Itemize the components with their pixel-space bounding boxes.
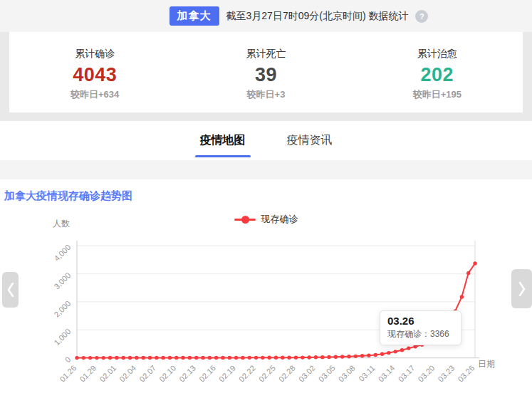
help-icon[interactable]: ? (415, 10, 428, 23)
legend-line-marker-icon (234, 216, 256, 224)
x-tick-label: 02.25 (257, 364, 277, 384)
x-tick-label: 01.26 (58, 364, 78, 384)
data-point (334, 355, 338, 359)
tab-epidemic-map[interactable]: 疫情地图 (200, 129, 246, 152)
trend-chart-section: 加拿大疫情现存确诊趋势图 现存确诊 人数 日期 01,0002,0003,000… (0, 179, 532, 398)
carousel-prev-button[interactable] (2, 272, 19, 308)
data-point (75, 356, 78, 360)
x-tick-label: 02.19 (217, 364, 237, 384)
stat-deaths: 累计死亡 39 较昨日+3 (180, 32, 351, 112)
data-point (82, 356, 85, 360)
data-point (294, 355, 298, 359)
y-tick-label: 1,000 (52, 327, 72, 347)
data-point (407, 346, 410, 350)
data-point (360, 354, 364, 357)
carousel-next-button[interactable] (511, 269, 532, 308)
tooltip-date: 03.26 (387, 315, 454, 327)
stat-cured-label: 累计治愈 (352, 48, 523, 61)
data-point (327, 355, 330, 359)
stat-confirmed-value: 4043 (9, 64, 180, 86)
data-point (228, 356, 231, 360)
stat-cured-delta: 较昨日+195 (352, 88, 523, 101)
data-point (267, 356, 271, 360)
x-tick-label: 01.29 (78, 364, 98, 384)
data-point (367, 353, 370, 357)
x-tick-label: 02.16 (197, 364, 217, 384)
data-point (141, 356, 145, 360)
region-badge: 加拿大 (169, 6, 219, 26)
data-point (108, 356, 112, 360)
y-tick-label: 0 (63, 355, 73, 365)
x-tick-label: 03.20 (417, 364, 437, 384)
data-point (161, 356, 165, 360)
x-tick-label: 03.11 (357, 364, 376, 383)
data-point (340, 355, 344, 358)
x-tick-label: 02.04 (118, 364, 137, 384)
x-tick-label: 03.08 (337, 364, 357, 384)
stat-cured-value: 202 (352, 64, 523, 86)
data-point (281, 356, 284, 360)
tab-epidemic-news[interactable]: 疫情资讯 (287, 129, 333, 152)
data-point (460, 295, 464, 298)
data-timestamp-text: 截至3月27日7时09分(北京时间) 数据统计 (226, 10, 409, 23)
x-tick-label: 03.14 (377, 364, 397, 384)
data-point (314, 355, 318, 359)
top-bar-content: 加拿大 截至3月27日7时09分(北京时间) 数据统计 ? (169, 6, 429, 26)
data-point (307, 355, 311, 359)
data-point (320, 355, 324, 359)
data-point (347, 355, 350, 358)
data-point (466, 271, 470, 275)
tab-epidemic-news-label: 疫情资讯 (287, 134, 333, 146)
x-tick-label: 02.13 (177, 364, 197, 384)
x-tick-label: 03.02 (297, 364, 317, 384)
data-point (261, 356, 264, 360)
data-point (274, 356, 278, 360)
data-point (374, 353, 377, 357)
chart-legend[interactable]: 现存确诊 (0, 213, 532, 226)
data-point (155, 356, 158, 360)
stat-deaths-label: 累计死亡 (180, 48, 351, 61)
tab-bar: 疫情地图 疫情资讯 (0, 121, 532, 160)
data-point (380, 352, 384, 355)
x-tick-label: 03.26 (456, 364, 476, 384)
data-point (301, 355, 304, 359)
data-point (122, 356, 125, 360)
x-tick-label: 03.05 (317, 364, 337, 384)
x-tick-label: 02.22 (237, 364, 257, 384)
chevron-right-icon (518, 281, 526, 297)
data-point (128, 356, 132, 360)
tooltip-series-label: 现存确诊： (387, 329, 430, 339)
stat-cured: 累计治愈 202 较昨日+195 (352, 32, 523, 112)
y-tick-label: 4,000 (52, 243, 72, 263)
data-point (201, 356, 204, 360)
top-bar: 加拿大 截至3月27日7时09分(北京时间) 数据统计 ? (0, 0, 532, 32)
data-point (394, 350, 397, 353)
data-point (148, 356, 152, 360)
chart-title: 加拿大疫情现存确诊趋势图 (4, 189, 132, 203)
data-point (135, 356, 138, 360)
y-tick-label: 2,000 (52, 299, 72, 319)
data-point (208, 356, 212, 360)
stat-confirmed-delta: 较昨日+634 (9, 88, 180, 101)
stat-confirmed: 累计确诊 4043 较昨日+634 (9, 32, 180, 112)
data-point (174, 356, 178, 360)
data-point (248, 356, 251, 360)
data-point (194, 356, 198, 360)
data-point (473, 261, 476, 265)
data-point (354, 355, 358, 358)
data-point (400, 348, 404, 352)
data-point (234, 356, 238, 360)
x-tick-label: 03.23 (437, 364, 457, 384)
x-tick-label: 02.01 (98, 364, 118, 384)
stat-deaths-value: 39 (180, 64, 351, 86)
active-tab-underline (195, 155, 251, 157)
y-tick-label: 3,000 (52, 271, 72, 290)
tab-epidemic-map-label: 疫情地图 (200, 134, 246, 146)
data-point (387, 351, 390, 355)
data-point (95, 356, 98, 360)
stat-deaths-delta: 较昨日+3 (180, 88, 351, 101)
stat-confirmed-label: 累计确诊 (9, 48, 180, 61)
data-point (241, 356, 244, 360)
data-point (254, 356, 258, 360)
section-divider (0, 160, 532, 179)
